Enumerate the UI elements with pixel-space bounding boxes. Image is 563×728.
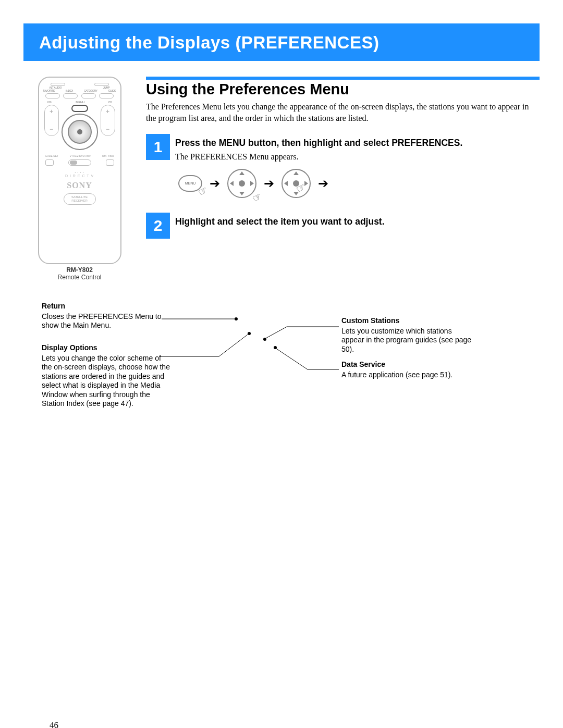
step-row: 2 Highlight and select the item you want… xyxy=(146,213,540,239)
callout-data-service: Data Service A future application (see p… xyxy=(341,360,452,379)
page-header: Adjusting the Displays (PREFERENCES) xyxy=(23,23,540,61)
svg-point-7 xyxy=(263,338,266,341)
svg-point-4 xyxy=(248,332,251,335)
step-row: 1 Press the MENU button, then highlight … xyxy=(146,134,540,213)
svg-line-3 xyxy=(219,335,248,356)
svg-line-9 xyxy=(276,349,308,369)
step-1-sub: The PREFERENCES Menu appears. xyxy=(175,152,540,162)
arrow-right-icon: ➔ xyxy=(318,176,328,191)
arrow-right-icon: ➔ xyxy=(264,176,274,191)
arrow-right-icon: ➔ xyxy=(210,176,220,191)
callout-return: Return Closes the PREFERENCES Menu to sh… xyxy=(42,302,172,330)
svg-point-10 xyxy=(274,346,277,349)
step-1-heading: Press the MENU button, then highlight an… xyxy=(175,137,540,149)
step-number-1: 1 xyxy=(146,134,170,160)
step-number-2: 2 xyxy=(146,213,170,239)
page-header-title: Adjusting the Displays (PREFERENCES) xyxy=(39,33,524,53)
svg-point-1 xyxy=(235,317,238,320)
remote-illustration: ALT AUDIOJUMP FAVORITEINDEXCATEGORYGUIDE… xyxy=(38,77,121,264)
remote-caption: RM-Y802 Remote Control xyxy=(57,266,101,281)
section-description: The Preferences Menu lets you change the… xyxy=(146,101,540,124)
section-title: Using the Preferences Menu xyxy=(146,81,540,98)
callout-custom-stations: Custom Stations Lets you customize which… xyxy=(341,316,472,354)
remote-sidebar: ALT AUDIOJUMP FAVORITEINDEXCATEGORYGUIDE… xyxy=(23,77,136,281)
step-2-heading: Highlight and select the item you want t… xyxy=(175,216,540,228)
remote-menu-button-icon xyxy=(71,105,88,112)
remote-dpad-icon xyxy=(62,114,98,150)
callouts-diagram: Return Closes the PREFERENCES Menu to sh… xyxy=(42,297,521,442)
svg-line-6 xyxy=(266,327,287,338)
step-1-icon-row: MENU ☞ ➔ ☞ ➔ xyxy=(178,169,540,198)
callout-display-options: Display Options Lets you change the colo… xyxy=(42,343,172,409)
page-number: 46 xyxy=(50,720,58,728)
